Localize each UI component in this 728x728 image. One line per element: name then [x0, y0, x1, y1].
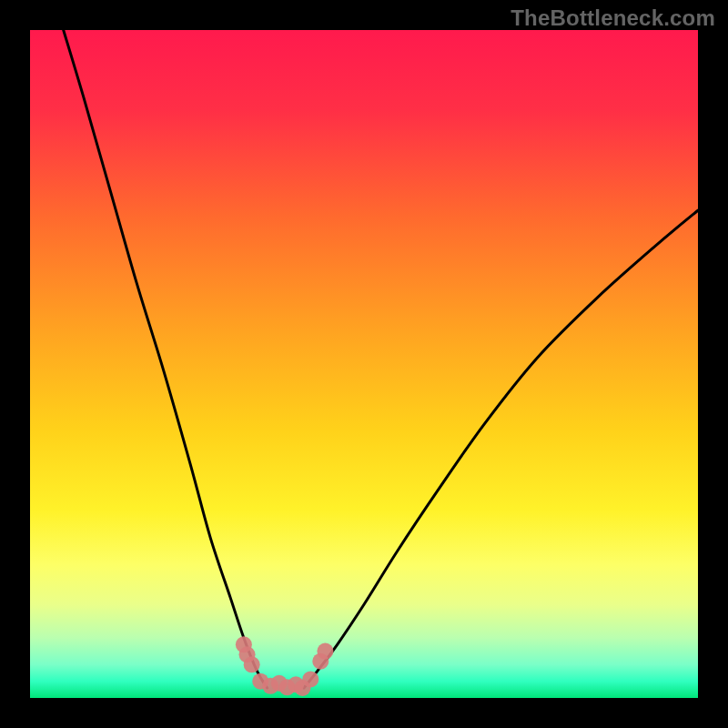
svg-point-10	[302, 671, 318, 687]
right-curve	[304, 210, 698, 688]
curves-layer	[30, 30, 698, 698]
svg-point-12	[317, 643, 333, 660]
left-curve	[64, 30, 268, 688]
svg-point-3	[244, 656, 260, 672]
chart-frame: TheBottleneck.com	[0, 0, 728, 728]
watermark-text: TheBottleneck.com	[511, 5, 715, 31]
floor-bumps	[236, 636, 334, 696]
plot-area	[30, 30, 698, 698]
